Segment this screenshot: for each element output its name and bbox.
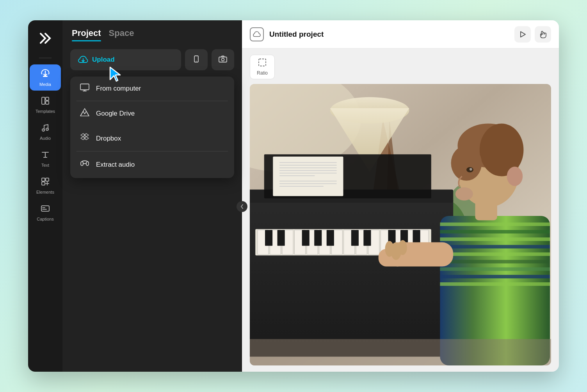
sidebar-item-media[interactable]: Media: [30, 64, 61, 91]
dropbox-label: Dropbox: [96, 135, 121, 143]
svg-rect-1: [42, 97, 45, 104]
svg-point-83: [385, 241, 394, 257]
svg-point-90: [455, 187, 473, 201]
camera-icon: [219, 55, 227, 64]
svg-point-93: [507, 167, 523, 186]
play-button[interactable]: [514, 26, 531, 43]
sidebar-divider: [39, 58, 52, 58]
svg-marker-16: [80, 109, 89, 116]
captions-icon: [41, 204, 50, 215]
tab-project[interactable]: Project: [72, 28, 101, 41]
sidebar-item-text[interactable]: Text: [30, 146, 61, 171]
svg-rect-63: [314, 230, 322, 246]
sidebar-item-captions[interactable]: Captions: [30, 200, 61, 225]
svg-rect-60: [265, 230, 272, 246]
svg-rect-38: [279, 167, 336, 168]
svg-point-92: [470, 168, 472, 171]
svg-rect-6: [42, 178, 45, 181]
text-label: Text: [41, 163, 49, 167]
svg-rect-32: [250, 198, 453, 357]
sidebar-item-elements[interactable]: Elements: [30, 173, 61, 198]
svg-point-5: [46, 128, 48, 130]
upload-dropdown: From computer Google Drive: [70, 77, 234, 178]
google-drive-label: Google Drive: [96, 110, 135, 118]
google-drive-icon: [80, 108, 90, 119]
ratio-icon: [258, 58, 267, 69]
svg-rect-42: [279, 181, 336, 182]
captions-label: Captions: [37, 217, 53, 221]
camera-upload-button[interactable]: [212, 49, 234, 70]
svg-point-11: [196, 61, 197, 61]
mobile-icon: [192, 55, 200, 65]
save-cloud-icon: [250, 27, 264, 41]
audio-icon: [41, 123, 50, 134]
svg-rect-22: [259, 59, 266, 66]
svg-rect-71: [440, 223, 550, 226]
svg-rect-61: [277, 230, 285, 246]
svg-point-89: [451, 146, 482, 181]
ratio-label: Ratio: [257, 70, 268, 76]
dropdown-dropbox[interactable]: Dropbox: [70, 126, 234, 151]
svg-point-4: [42, 129, 44, 131]
panel-tabs: Project Space: [62, 20, 242, 41]
svg-rect-43: [279, 184, 336, 184]
svg-rect-94: [250, 339, 551, 365]
dropdown-from-computer[interactable]: From computer: [70, 77, 234, 101]
svg-rect-44: [279, 186, 324, 187]
svg-rect-2: [46, 97, 49, 100]
svg-rect-15: [80, 84, 89, 90]
templates-label: Templates: [36, 109, 55, 114]
upload-row: Upload: [70, 49, 234, 70]
svg-rect-39: [279, 170, 336, 171]
header-actions: [514, 26, 551, 43]
logo-icon: [37, 30, 54, 47]
left-panel: Project Space Upload: [62, 20, 242, 372]
svg-rect-65: [351, 230, 359, 246]
templates-icon: [41, 96, 50, 107]
svg-point-84: [398, 240, 407, 255]
sidebar-item-templates[interactable]: Templates: [30, 92, 61, 118]
dropdown-extract-audio[interactable]: Extract audio: [70, 151, 234, 178]
elements-icon: [41, 177, 50, 188]
sidebar-item-audio[interactable]: Audio: [30, 119, 61, 144]
svg-rect-12: [219, 57, 227, 62]
svg-rect-37: [279, 165, 336, 166]
canvas-preview: [250, 84, 551, 365]
hand-tool-button[interactable]: [535, 26, 551, 43]
svg-rect-0: [43, 76, 48, 77]
ratio-toolbar: Ratio: [250, 55, 551, 79]
svg-rect-3: [46, 101, 49, 104]
svg-rect-79: [440, 282, 550, 286]
right-panel: Untitled project: [242, 20, 559, 372]
svg-rect-8: [42, 182, 45, 185]
panel-collapse-button[interactable]: [237, 201, 247, 212]
svg-rect-75: [440, 252, 550, 256]
svg-rect-62: [302, 230, 310, 246]
svg-rect-40: [279, 173, 336, 174]
mobile-upload-button[interactable]: [185, 49, 208, 70]
text-icon: [41, 150, 50, 161]
svg-rect-66: [363, 230, 371, 246]
canvas-area: Ratio: [242, 48, 559, 372]
tab-space[interactable]: Space: [109, 28, 134, 41]
svg-rect-7: [46, 178, 49, 181]
extract-audio-label: Extract audio: [96, 161, 135, 169]
monitor-icon: [80, 84, 90, 94]
ratio-button[interactable]: Ratio: [250, 55, 275, 79]
svg-point-13: [222, 58, 224, 61]
sidebar: Media Templates Audio: [28, 20, 62, 372]
app-logo: [37, 30, 54, 47]
right-header: Untitled project: [242, 20, 559, 48]
dropbox-icon: [80, 133, 90, 144]
svg-rect-41: [279, 175, 315, 176]
svg-rect-78: [440, 275, 550, 278]
audio-label: Audio: [40, 136, 51, 141]
extract-audio-icon: [80, 159, 90, 171]
svg-marker-21: [521, 32, 525, 37]
upload-button[interactable]: Upload: [70, 49, 181, 70]
svg-rect-74: [440, 245, 550, 248]
dropdown-google-drive[interactable]: Google Drive: [70, 101, 234, 126]
svg-rect-76: [440, 260, 550, 264]
svg-rect-36: [279, 162, 336, 163]
panel-content: Upload: [62, 41, 242, 372]
